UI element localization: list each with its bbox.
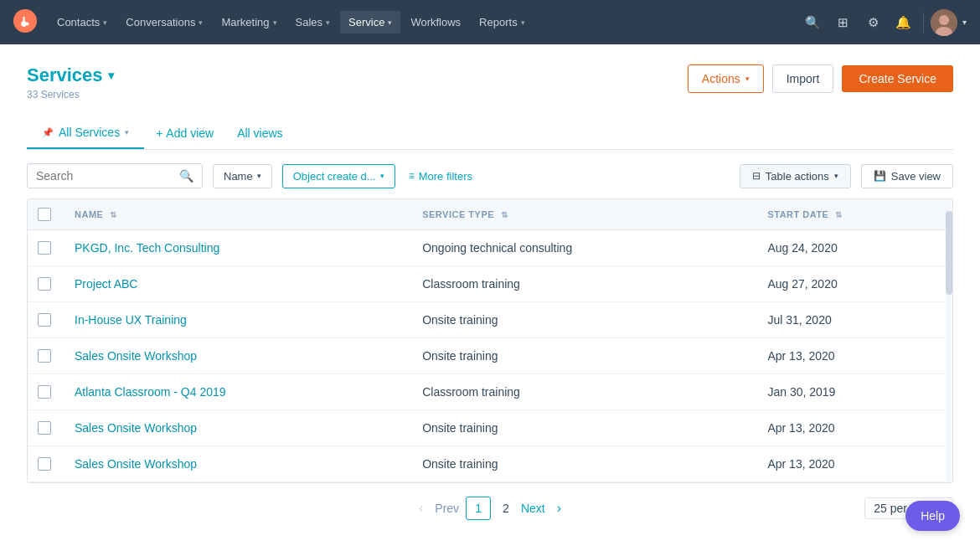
topnav-items: Contacts ▾ Conversations ▾ Marketing ▾ S… — [49, 11, 799, 33]
pagination: ‹ Prev 1 2 Next › 25 per page ▾ — [27, 483, 953, 533]
page-title-area: Services ▾ 33 Services — [27, 64, 114, 100]
row-start-date: Apr 13, 2020 — [767, 421, 834, 435]
row-start-date: Jan 30, 2019 — [767, 385, 835, 399]
row-start-date: Aug 27, 2020 — [767, 277, 837, 291]
row-name[interactable]: Project ABC — [75, 277, 137, 291]
name-filter-button[interactable]: Name ▾ — [213, 164, 272, 188]
row-name[interactable]: Sales Onsite Workshop — [75, 421, 197, 435]
create-service-button[interactable]: Create Service — [842, 65, 953, 92]
topnav: Contacts ▾ Conversations ▾ Marketing ▾ S… — [0, 0, 980, 44]
nav-workflows[interactable]: Workflows — [402, 11, 469, 33]
svg-point-3 — [939, 15, 949, 25]
table-icon: ⊟ — [752, 170, 761, 182]
next-page-button[interactable]: › — [552, 497, 566, 519]
actions-caret-icon: ▾ — [745, 75, 750, 83]
row-checkbox[interactable] — [38, 421, 51, 435]
tab-all-views[interactable]: All views — [225, 118, 294, 148]
table-actions-button[interactable]: ⊟ Table actions ▾ — [740, 164, 851, 188]
select-all-checkbox[interactable] — [38, 208, 51, 221]
nav-conversations[interactable]: Conversations ▾ — [117, 11, 211, 33]
svg-point-1 — [26, 23, 29, 26]
next-label[interactable]: Next — [521, 502, 545, 515]
nav-contacts[interactable]: Contacts ▾ — [49, 11, 116, 33]
services-table: Name ⇅ Service Type ⇅ Start Date ⇅ — [28, 199, 952, 482]
tab-all-services[interactable]: 📌 All Services ▾ — [27, 117, 144, 149]
notifications-icon-btn[interactable]: 🔔 — [890, 9, 916, 36]
search-icon: 🔍 — [179, 169, 193, 183]
tab-caret-icon: ▾ — [125, 128, 129, 136]
nav-expand-icon[interactable]: ▾ — [962, 18, 967, 27]
col-name-header[interactable]: Name ⇅ — [61, 199, 409, 230]
row-start-date: Apr 13, 2020 — [767, 349, 834, 363]
prev-page-button[interactable]: ‹ — [414, 497, 428, 519]
row-checkbox[interactable] — [38, 457, 51, 471]
topnav-right: 🔍 ⊞ ⚙ 🔔 ▾ — [799, 9, 967, 36]
page-actions: Actions ▾ Import Create Service — [688, 64, 953, 93]
save-view-button[interactable]: 💾 Save view — [861, 164, 953, 188]
page-subtitle: 33 Services — [27, 89, 114, 100]
table-scrollbar[interactable] — [946, 199, 952, 482]
search-input[interactable] — [36, 169, 174, 183]
row-checkbox[interactable] — [38, 313, 51, 327]
row-service-type: Onsite training — [422, 313, 498, 327]
hubspot-logo[interactable] — [13, 9, 37, 35]
object-create-filter-button[interactable]: Object create d... ▾ — [282, 164, 395, 188]
table-row: Sales Onsite Workshop Onsite training Ap… — [28, 338, 952, 374]
table-caret-icon: ▾ — [834, 172, 838, 180]
row-checkbox[interactable] — [38, 349, 51, 363]
prev-label: Prev — [435, 502, 459, 515]
row-name[interactable]: In-House UX Training — [75, 313, 187, 327]
col-service-type-header[interactable]: Service Type ⇅ — [409, 199, 754, 230]
row-name[interactable]: Sales Onsite Workshop — [75, 457, 197, 471]
table-row: Sales Onsite Workshop Onsite training Ap… — [28, 410, 952, 446]
search-icon-btn[interactable]: 🔍 — [799, 9, 826, 36]
search-box[interactable]: 🔍 — [27, 163, 203, 188]
row-service-type: Classroom training — [422, 385, 520, 399]
name-filter-caret-icon: ▾ — [257, 172, 261, 180]
user-avatar[interactable] — [931, 9, 957, 36]
pin-icon: 📌 — [42, 127, 54, 138]
col-checkbox — [28, 199, 61, 230]
row-checkbox[interactable] — [38, 241, 51, 255]
date-sort-icon: ⇅ — [835, 210, 843, 219]
save-icon: 💾 — [874, 170, 886, 182]
nav-service[interactable]: Service ▾ — [340, 11, 400, 33]
nav-sales[interactable]: Sales ▾ — [287, 11, 339, 33]
page-content: Services ▾ 33 Services Actions ▾ Import … — [0, 44, 980, 551]
page-2[interactable]: 2 — [498, 498, 514, 518]
row-checkbox[interactable] — [38, 385, 51, 399]
import-button[interactable]: Import — [772, 64, 834, 93]
tab-add-view[interactable]: + Add view — [144, 118, 225, 148]
table-scrollbar-thumb[interactable] — [946, 211, 952, 295]
name-sort-icon: ⇅ — [110, 210, 117, 219]
more-filters-button[interactable]: ≡ More filters — [405, 165, 476, 188]
row-service-type: Onsite training — [422, 349, 498, 363]
row-service-type: Onsite training — [422, 421, 498, 435]
col-start-date-header[interactable]: Start Date ⇅ — [754, 199, 952, 230]
row-name[interactable]: PKGD, Inc. Tech Consulting — [75, 241, 219, 255]
nav-divider — [923, 13, 924, 33]
tabs-bar: 📌 All Services ▾ + Add view All views — [27, 117, 953, 150]
row-service-type: Classroom training — [422, 277, 520, 291]
svg-point-0 — [13, 9, 37, 33]
row-name[interactable]: Atlanta Classroom - Q4 2019 — [75, 385, 226, 399]
row-name[interactable]: Sales Onsite Workshop — [75, 349, 197, 363]
page-title-caret-icon[interactable]: ▾ — [108, 69, 114, 82]
table-row: In-House UX Training Onsite training Jul… — [28, 302, 952, 338]
row-checkbox[interactable] — [38, 277, 51, 291]
page-header: Services ▾ 33 Services Actions ▾ Import … — [27, 64, 953, 100]
page-title: Services ▾ — [27, 64, 114, 86]
nav-marketing[interactable]: Marketing ▾ — [213, 11, 285, 33]
nav-reports[interactable]: Reports ▾ — [471, 11, 534, 33]
current-page[interactable]: 1 — [466, 497, 491, 520]
settings-icon-btn[interactable]: ⚙ — [859, 9, 886, 36]
row-start-date: Aug 24, 2020 — [767, 241, 837, 255]
filter-bar: 🔍 Name ▾ Object create d... ▾ ≡ More fil… — [27, 150, 953, 198]
table-row: PKGD, Inc. Tech Consulting Ongoing techn… — [28, 230, 952, 266]
help-button[interactable]: Help — [905, 501, 960, 531]
marketplace-icon-btn[interactable]: ⊞ — [829, 9, 856, 36]
row-start-date: Apr 13, 2020 — [767, 457, 834, 471]
table-row: Project ABC Classroom training Aug 27, 2… — [28, 266, 952, 302]
table-row: Atlanta Classroom - Q4 2019 Classroom tr… — [28, 374, 952, 410]
actions-button[interactable]: Actions ▾ — [688, 64, 764, 93]
